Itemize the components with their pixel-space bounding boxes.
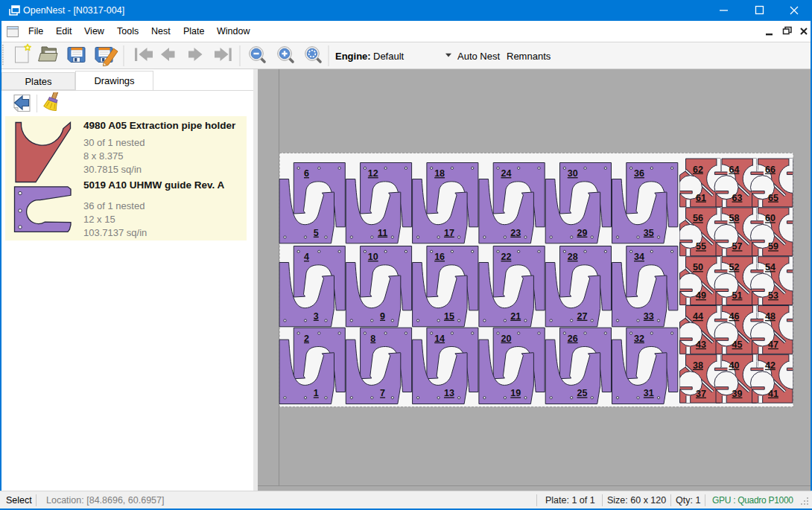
svg-text:42: 42 — [765, 360, 775, 371]
svg-text:64: 64 — [729, 165, 739, 175]
svg-text:60: 60 — [765, 213, 775, 223]
svg-text:35: 35 — [644, 228, 654, 238]
svg-text:10: 10 — [368, 252, 378, 262]
svg-text:7: 7 — [380, 388, 385, 398]
svg-text:62: 62 — [693, 165, 703, 175]
svg-text:25: 25 — [577, 388, 588, 398]
svg-text:30: 30 — [568, 168, 578, 179]
svg-text:1: 1 — [314, 388, 319, 398]
svg-text:18: 18 — [434, 168, 445, 179]
svg-text:43: 43 — [696, 340, 706, 350]
svg-text:24: 24 — [501, 168, 511, 179]
svg-text:61: 61 — [696, 193, 706, 203]
svg-text:45: 45 — [732, 340, 743, 350]
svg-text:8: 8 — [370, 334, 375, 344]
svg-text:9: 9 — [380, 311, 385, 322]
svg-text:58: 58 — [729, 213, 739, 223]
svg-text:50: 50 — [693, 262, 703, 272]
svg-text:15: 15 — [444, 311, 454, 322]
svg-text:2: 2 — [304, 334, 309, 344]
svg-text:31: 31 — [644, 388, 654, 398]
svg-text:56: 56 — [693, 213, 703, 223]
svg-text:66: 66 — [765, 165, 775, 175]
svg-text:21: 21 — [510, 311, 521, 322]
svg-text:11: 11 — [378, 228, 387, 238]
svg-text:28: 28 — [568, 252, 578, 262]
svg-text:47: 47 — [768, 340, 778, 350]
svg-text:55: 55 — [696, 241, 706, 252]
svg-text:20: 20 — [501, 334, 511, 344]
svg-text:26: 26 — [568, 334, 578, 344]
svg-text:59: 59 — [768, 241, 778, 252]
svg-text:41: 41 — [768, 389, 778, 399]
svg-text:65: 65 — [768, 193, 778, 203]
svg-text:63: 63 — [732, 193, 743, 203]
svg-text:33: 33 — [644, 311, 654, 322]
svg-text:13: 13 — [444, 388, 454, 398]
svg-text:27: 27 — [577, 311, 588, 322]
svg-text:36: 36 — [634, 168, 644, 179]
svg-text:6: 6 — [304, 168, 309, 179]
svg-text:19: 19 — [510, 388, 521, 398]
svg-text:12: 12 — [368, 168, 378, 179]
svg-text:37: 37 — [696, 389, 706, 399]
svg-text:16: 16 — [434, 252, 445, 262]
svg-text:54: 54 — [765, 262, 775, 272]
svg-text:51: 51 — [732, 290, 743, 301]
svg-text:53: 53 — [768, 290, 778, 301]
svg-text:5: 5 — [314, 228, 319, 238]
svg-text:32: 32 — [634, 334, 644, 344]
svg-text:4: 4 — [304, 252, 309, 262]
svg-text:44: 44 — [693, 311, 703, 322]
svg-text:39: 39 — [732, 389, 743, 399]
svg-text:48: 48 — [765, 311, 775, 322]
svg-text:40: 40 — [729, 360, 739, 371]
svg-text:3: 3 — [314, 311, 319, 322]
svg-text:23: 23 — [510, 228, 521, 238]
svg-text:38: 38 — [693, 360, 703, 371]
svg-text:52: 52 — [729, 262, 739, 272]
svg-text:34: 34 — [634, 252, 644, 262]
svg-text:17: 17 — [444, 228, 454, 238]
svg-text:49: 49 — [696, 290, 706, 301]
svg-text:14: 14 — [434, 334, 445, 344]
svg-text:57: 57 — [732, 241, 743, 252]
svg-text:29: 29 — [577, 228, 588, 238]
svg-text:22: 22 — [501, 252, 511, 262]
svg-text:46: 46 — [729, 311, 739, 322]
